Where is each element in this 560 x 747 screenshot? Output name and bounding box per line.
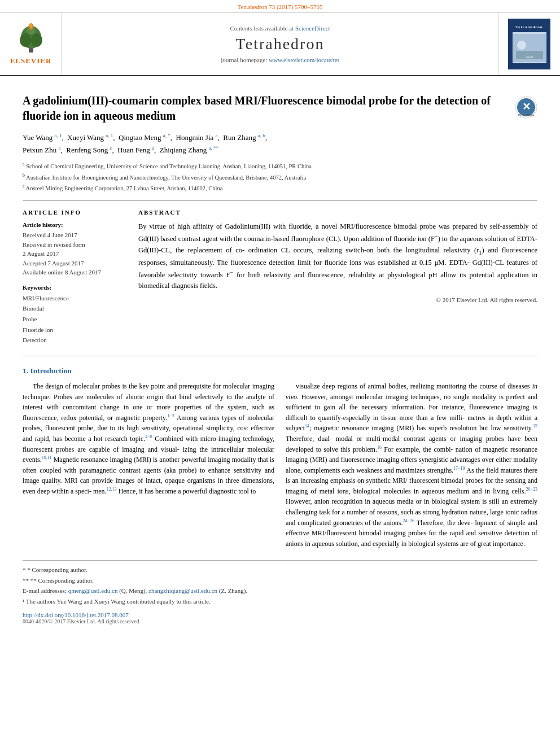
abstract-column: ABSTRACT By virtue of high affinity of G… bbox=[138, 209, 537, 346]
article-history-label: Article history: bbox=[23, 221, 127, 228]
journal-cover-section: Tetrahedron cover bbox=[498, 13, 560, 75]
co-corresponding-note: ** ** Corresponding author. bbox=[23, 576, 537, 586]
affiliation-a: a School of Chemical Engineering, Univer… bbox=[23, 161, 537, 171]
abstract-text: By virtue of high affinity of Gadolinium… bbox=[138, 221, 537, 292]
corresponding-note: * * Corresponding author. bbox=[23, 565, 537, 575]
author-3: Qingtao Meng a, *, bbox=[119, 133, 174, 142]
abstract-heading: ABSTRACT bbox=[138, 209, 537, 216]
keywords-section: Keywords: MRI/Fluorescence Bimodal Probe… bbox=[23, 284, 127, 346]
homepage-link[interactable]: www.elsevier.com/locate/tet bbox=[269, 56, 339, 63]
email-zhang[interactable]: zhangzhiqiang@ustl.edu.cn bbox=[148, 587, 217, 594]
author-5: Run Zhang a, b, bbox=[223, 133, 267, 142]
history-revised-date: 2 August 2017 bbox=[23, 249, 127, 259]
history-received: Received 4 June 2017 bbox=[23, 230, 127, 240]
journal-homepage: journal homepage: www.elsevier.com/locat… bbox=[221, 56, 339, 63]
introduction-section: 1. Introduction The design of molecular … bbox=[23, 366, 537, 549]
email-qmeng[interactable]: qmeng@ustl.edu.cn bbox=[68, 587, 118, 594]
sciencedirect-anchor[interactable]: ScienceDirect bbox=[295, 25, 330, 32]
author-4: Hongmin Jia a, bbox=[176, 133, 222, 142]
svg-point-6 bbox=[30, 23, 32, 28]
keyword-2: Bimodal bbox=[23, 303, 127, 314]
keyword-3: Probe bbox=[23, 314, 127, 325]
article-info-column: ARTICLE INFO Article history: Received 4… bbox=[23, 209, 127, 346]
introduction-body: The design of molecular probes is the ke… bbox=[23, 381, 537, 549]
issn-section: 0040-4020/© 2017 Elsevier Ltd. All right… bbox=[23, 618, 537, 624]
elsevier-label: ELSEVIER bbox=[10, 56, 52, 65]
history-revised-label: Received in revised form bbox=[23, 240, 127, 250]
abstract-copyright: © 2017 Elsevier Ltd. All rights reserved… bbox=[138, 296, 537, 303]
intro-left-text: The design of molecular probes is the ke… bbox=[23, 381, 274, 497]
author-6: Peixun Zhu a, bbox=[23, 146, 64, 154]
sciencedirect-link: Contents lists available at ScienceDirec… bbox=[230, 25, 330, 32]
author-1: Yue Wang a, 1, bbox=[23, 133, 65, 142]
article-content: A gadolinium(III)-coumarin complex based… bbox=[0, 76, 560, 636]
article-info-heading: ARTICLE INFO bbox=[23, 209, 127, 216]
journal-bar: Tetrahedron 73 (2017) 5700–5705 bbox=[0, 0, 560, 13]
keyword-1: MRI/Fluorescence bbox=[23, 293, 127, 304]
authors-list: Yue Wang a, 1, Xueyi Wang a, 1, Qingtao … bbox=[23, 132, 537, 156]
history-online: Available online 8 August 2017 bbox=[23, 268, 127, 277]
svg-point-8 bbox=[517, 41, 526, 50]
journal-name: Tetrahedron bbox=[236, 35, 325, 53]
svg-text:CrossMark: CrossMark bbox=[518, 113, 535, 117]
intro-number: 1. bbox=[23, 366, 28, 375]
article-title-section: A gadolinium(III)-coumarin complex based… bbox=[23, 93, 537, 124]
svg-point-2 bbox=[20, 33, 31, 47]
doi-link[interactable]: http://dx.doi.org/10.1016/j.tet.2017.08.… bbox=[23, 611, 129, 618]
author-8: Huan Feng a, bbox=[117, 146, 158, 154]
affiliation-c: c Ansteel Mining Engineering Corporation… bbox=[23, 183, 537, 193]
keyword-5: Detection bbox=[23, 335, 127, 346]
crossmark-icon: ✕ CrossMark bbox=[515, 96, 537, 119]
affiliation-b: b Australian Institute for Bioengineerin… bbox=[23, 172, 537, 182]
journal-cover-image: Tetrahedron cover bbox=[508, 19, 550, 69]
introduction-heading: 1. Introduction bbox=[23, 366, 537, 375]
author-2: Xueyi Wang a, 1, bbox=[67, 133, 117, 142]
journal-title-section: Contents lists available at ScienceDirec… bbox=[62, 13, 498, 75]
doi-section: http://dx.doi.org/10.1016/j.tet.2017.08.… bbox=[23, 611, 537, 618]
section-divider-1 bbox=[23, 356, 537, 356]
elsevier-tree-icon bbox=[14, 23, 48, 54]
keyword-4: Fluoride ion bbox=[23, 325, 127, 335]
svg-text:✕: ✕ bbox=[522, 101, 531, 112]
journal-citation: Tetrahedron 73 (2017) 5700–5705 bbox=[237, 3, 322, 10]
intro-left-col: The design of molecular probes is the ke… bbox=[23, 381, 274, 549]
equal-contribution-note: ¹ The authors Yue Wang and Xueyi Wang co… bbox=[23, 597, 537, 606]
cover-placeholder: cover bbox=[513, 32, 546, 63]
article-info-abstract-section: ARTICLE INFO Article history: Received 4… bbox=[23, 200, 537, 346]
email-label: E-mail addresses: bbox=[23, 587, 68, 594]
svg-text:cover: cover bbox=[526, 55, 533, 59]
intro-title: Introduction bbox=[30, 366, 72, 375]
article-title: A gadolinium(III)-coumarin complex based… bbox=[23, 93, 509, 124]
intro-right-text: visualize deep regions of animal bodies,… bbox=[286, 381, 537, 549]
page-header: ELSEVIER Contents lists available at Sci… bbox=[0, 13, 560, 76]
elsevier-logo: ELSEVIER bbox=[10, 23, 52, 65]
email-footnote: E-mail addresses: qmeng@ustl.edu.cn (Q. … bbox=[23, 586, 537, 596]
affiliations-list: a School of Chemical Engineering, Univer… bbox=[23, 161, 537, 193]
keywords-label: Keywords: bbox=[23, 284, 127, 291]
intro-right-col: visualize deep regions of animal bodies,… bbox=[286, 381, 537, 549]
elsevier-logo-section: ELSEVIER bbox=[0, 13, 62, 75]
svg-point-3 bbox=[31, 33, 42, 47]
author-9: Zhiqiang Zhang a, ** bbox=[160, 146, 218, 154]
footnotes-section: * * Corresponding author. ** ** Correspo… bbox=[23, 560, 537, 606]
history-accepted: Accepted 7 August 2017 bbox=[23, 259, 127, 268]
author-7: Renfeng Song c, bbox=[66, 146, 116, 154]
